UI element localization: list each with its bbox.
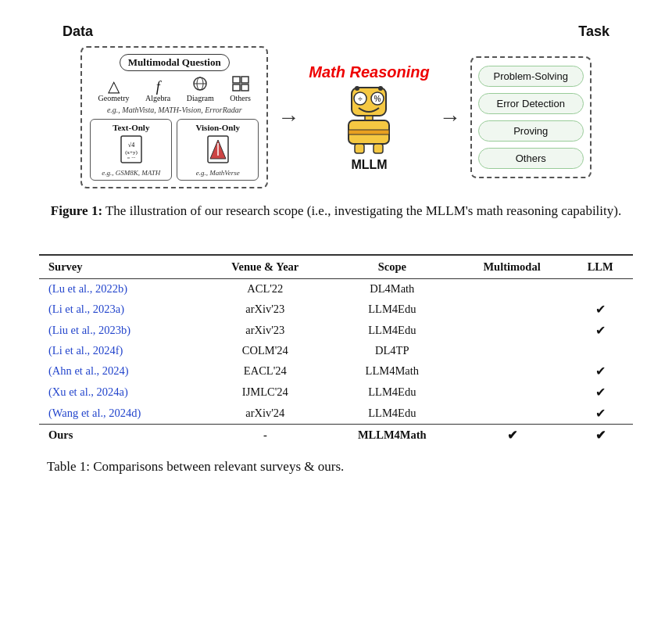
- survey-li2024f: (Li et al., 2024f): [39, 341, 202, 360]
- llm-ours: ✔: [567, 424, 633, 446]
- task-error-detection: Error Detection: [478, 93, 584, 114]
- algebra-icon-item: f Algebra: [145, 80, 170, 102]
- svg-rect-23: [349, 130, 389, 134]
- multimodal-ahn2024: [456, 360, 568, 382]
- llm-lu2022: [567, 278, 633, 299]
- geometry-icon-item: △ Geometry: [98, 78, 130, 102]
- svg-rect-6: [241, 84, 248, 91]
- table-caption: Table 1: Comparisons between relevant su…: [39, 457, 633, 477]
- scope-li2024f: DL4TP: [328, 341, 456, 360]
- vision-only-box: Vision-Only e.g., MathVerse: [177, 119, 259, 181]
- multimodal-li2023a: [456, 299, 568, 320]
- llm-liu2023b: ✔: [567, 320, 633, 341]
- task-section-title: Task: [578, 23, 609, 40]
- svg-rect-25: [374, 144, 383, 153]
- table-row: (Ahn et al., 2024) EACL'24 LLM4Math ✔: [39, 360, 633, 382]
- table-row: (Xu et al., 2024a) IJMLC'24 LLM4Edu ✔: [39, 382, 633, 403]
- svg-point-20: [378, 86, 383, 91]
- scope-lu2022: DL4Math: [328, 278, 456, 299]
- table-row: (Wang et al., 2024d) arXiv'24 LLM4Edu ✔: [39, 403, 633, 425]
- llm-li2023a: ✔: [567, 299, 633, 320]
- diagram-icon: [191, 76, 209, 94]
- svg-text:= ···: = ···: [127, 155, 135, 161]
- data-box: Multimodal Question △ Geometry f Algebra: [80, 46, 268, 188]
- venue-li2023a: arXiv'23: [202, 299, 328, 320]
- figure-area: Data Task Multimodal Question △ Geometry…: [39, 23, 633, 240]
- algebra-label: Algebra: [145, 94, 170, 102]
- llm-xu2024a: ✔: [567, 382, 633, 403]
- table-caption-text: Comparisons between relevant surveys & o…: [90, 459, 344, 474]
- svg-rect-24: [355, 144, 364, 153]
- algebra-icon: f: [156, 80, 160, 94]
- table-row: (Li et al., 2024f) COLM'24 DL4TP: [39, 341, 633, 360]
- multimodal-ours: ✔: [456, 424, 568, 446]
- survey-liu2023b: (Liu et al., 2023b): [39, 320, 202, 341]
- table-row-ours: Ours - MLLM4Math ✔ ✔: [39, 424, 633, 446]
- vision-only-title: Vision-Only: [182, 123, 253, 132]
- comparison-table: Survey Venue & Year Scope Multimodal LLM…: [39, 254, 633, 446]
- svg-rect-4: [241, 77, 248, 83]
- svg-text:%: %: [374, 95, 381, 103]
- scope-ours: MLLM4Math: [328, 424, 456, 446]
- survey-wang2024d: (Wang et al., 2024d): [39, 403, 202, 425]
- vision-only-icon: [182, 135, 253, 167]
- svg-rect-3: [233, 77, 240, 83]
- others-label: Others: [230, 94, 251, 102]
- col-llm: LLM: [567, 255, 633, 279]
- svg-text:√4: √4: [128, 142, 134, 149]
- table-container: Survey Venue & Year Scope Multimodal LLM…: [39, 254, 633, 446]
- task-problem-solving: Problem-Solving: [478, 66, 584, 87]
- multimodal-question-title: Multimodal Question: [90, 54, 259, 71]
- scope-liu2023b: LLM4Edu: [328, 320, 456, 341]
- llm-wang2024d: ✔: [567, 403, 633, 425]
- text-only-box: Text-Only √4 (x+y) = ··· e.g., GSM8K, MA…: [90, 119, 172, 181]
- survey-ours: Ours: [39, 424, 202, 446]
- diagram-label: Diagram: [187, 94, 214, 102]
- col-survey: Survey: [39, 255, 202, 279]
- svg-point-19: [355, 86, 359, 91]
- survey-ahn2024: (Ahn et al., 2024): [39, 360, 202, 382]
- mllm-label: MLLM: [351, 158, 387, 172]
- math-reasoning-label: Math Reasoning: [309, 63, 429, 81]
- diagram: Multimodal Question △ Geometry f Algebra: [39, 46, 633, 188]
- svg-rect-5: [233, 84, 240, 91]
- table-row: (Li et al., 2023a) arXiv'23 LLM4Edu ✔: [39, 299, 633, 320]
- multimodal-li2024f: [456, 341, 568, 360]
- multimodal-wang2024d: [456, 403, 568, 425]
- scope-wang2024d: LLM4Edu: [328, 403, 456, 425]
- survey-xu2024a: (Xu et al., 2024a): [39, 382, 202, 403]
- venue-liu2023b: arXiv'23: [202, 320, 328, 341]
- col-venue: Venue & Year: [202, 255, 328, 279]
- venue-li2024f: COLM'24: [202, 341, 328, 360]
- table-row: (Liu et al., 2023b) arXiv'23 LLM4Edu ✔: [39, 320, 633, 341]
- venue-ours: -: [202, 424, 328, 446]
- task-box: Problem-Solving Error Detection Proving …: [470, 56, 592, 178]
- geometry-label: Geometry: [98, 94, 130, 102]
- text-only-example: e.g., GSM8K, MATH: [95, 169, 166, 177]
- sub-boxes: Text-Only √4 (x+y) = ··· e.g., GSM8K, MA…: [90, 119, 259, 181]
- vision-only-example: e.g., MathVerse: [182, 169, 253, 177]
- robot-figure: ÷ %: [338, 84, 400, 155]
- table-caption-label: Table 1:: [47, 459, 90, 474]
- figure-caption: Figure 1: The illustration of our resear…: [43, 201, 629, 221]
- arrow-2: →: [439, 105, 461, 130]
- survey-lu2022: (Lu et al., 2022b): [39, 278, 202, 299]
- scope-xu2024a: LLM4Edu: [328, 382, 456, 403]
- icons-row: △ Geometry f Algebra Diagram: [90, 76, 259, 102]
- scope-li2023a: LLM4Edu: [328, 299, 456, 320]
- multimodal-liu2023b: [456, 320, 568, 341]
- diagram-icon-item: Diagram: [187, 76, 214, 102]
- task-proving: Proving: [478, 120, 584, 142]
- venue-ahn2024: EACL'24: [202, 360, 328, 382]
- others-icon-item: Others: [230, 76, 251, 102]
- llm-li2024f: [567, 341, 633, 360]
- survey-li2023a: (Li et al., 2023a): [39, 299, 202, 320]
- col-scope: Scope: [328, 255, 456, 279]
- table-row: (Lu et al., 2022b) ACL'22 DL4Math: [39, 278, 633, 299]
- text-only-title: Text-Only: [95, 123, 166, 132]
- figure-caption-text: The illustration of our research scope (…: [102, 203, 621, 218]
- arrow-1: →: [277, 105, 299, 130]
- figure-caption-label: Figure 1:: [51, 203, 102, 218]
- llm-ahn2024: ✔: [567, 360, 633, 382]
- geometry-icon: △: [108, 78, 120, 94]
